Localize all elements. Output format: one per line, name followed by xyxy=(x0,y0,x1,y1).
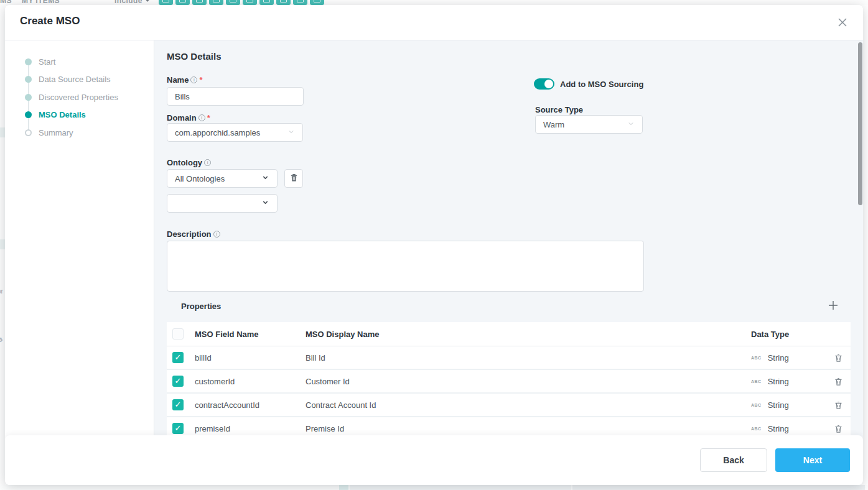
info-icon[interactable] xyxy=(204,159,211,166)
background-tab-my-items: MY ITEMS xyxy=(22,0,60,5)
info-icon[interactable] xyxy=(213,231,220,238)
trash-icon xyxy=(289,173,299,185)
ontology-delete-button[interactable] xyxy=(284,169,303,188)
background-band xyxy=(339,485,348,490)
required-asterisk: * xyxy=(207,113,210,122)
chevron-down-icon xyxy=(287,128,295,137)
add-property-icon[interactable] xyxy=(825,297,841,313)
background-band xyxy=(350,485,571,490)
data-type: String xyxy=(768,400,789,410)
description-label: Description xyxy=(167,229,220,239)
info-icon[interactable] xyxy=(190,76,197,83)
table-row: billId Bill Id ABCString xyxy=(167,346,851,370)
properties-section-title: Properties xyxy=(181,302,221,311)
column-header-field: MSO Field Name xyxy=(195,330,306,339)
background-toolbar xyxy=(159,0,324,5)
vertical-scrollbar[interactable] xyxy=(858,42,862,205)
ontology-secondary-select[interactable] xyxy=(167,194,278,213)
background-band xyxy=(572,485,865,490)
name-value: Bills xyxy=(175,92,190,101)
table-row: customerId Customer Id ABCString xyxy=(167,370,851,394)
background-band xyxy=(0,127,5,137)
column-header-display: MSO Display Name xyxy=(306,330,751,339)
toolbar-icon[interactable] xyxy=(226,0,240,5)
chevron-down-icon xyxy=(261,173,269,183)
step-label: MSO Details xyxy=(39,110,86,119)
next-button[interactable]: Next xyxy=(775,448,850,472)
step-dot xyxy=(25,76,32,83)
step-dot xyxy=(25,94,32,101)
delete-row-icon[interactable] xyxy=(826,400,851,410)
step-content-panel: MSO Details Name * Bills Domain * com.ap… xyxy=(154,40,863,485)
info-icon[interactable] xyxy=(198,114,205,121)
field-name: premiseId xyxy=(195,424,306,433)
step-start[interactable]: Start xyxy=(5,53,154,71)
domain-value: com.apporchid.samples xyxy=(175,128,260,137)
column-header-type: Data Type xyxy=(751,330,826,339)
step-mso-details[interactable]: MSO Details xyxy=(5,106,154,124)
chevron-down-icon xyxy=(627,120,635,129)
gear-icon: ⚙ xyxy=(0,336,3,343)
delete-row-icon[interactable] xyxy=(826,377,851,386)
data-type: String xyxy=(768,353,789,363)
caret-down-icon xyxy=(144,0,151,2)
add-to-mso-sourcing-toggle[interactable] xyxy=(534,78,554,90)
section-title: MSO Details xyxy=(167,51,222,62)
display-name: Customer Id xyxy=(306,377,751,386)
back-button[interactable]: Back xyxy=(700,448,767,472)
row-checkbox[interactable] xyxy=(172,399,184,410)
description-textarea[interactable] xyxy=(167,241,644,292)
display-name: Bill Id xyxy=(306,353,751,363)
label-text: Description xyxy=(167,229,212,239)
source-type-select[interactable]: Warm xyxy=(535,115,643,134)
create-mso-dialog: Create MSO Start Data Source Details Dis… xyxy=(5,5,863,485)
toolbar-icon[interactable] xyxy=(293,0,307,5)
label-text: Domain xyxy=(167,113,197,122)
data-type: String xyxy=(768,424,789,433)
step-dot xyxy=(25,111,32,118)
display-name: Premise Id xyxy=(306,424,751,433)
step-discovered-properties[interactable]: Discovered Properties xyxy=(5,88,154,106)
ontology-label: Ontology xyxy=(167,158,211,167)
toggle-knob xyxy=(544,80,553,88)
domain-select[interactable]: com.apporchid.samples xyxy=(167,123,303,142)
string-type-icon: ABC xyxy=(751,379,762,384)
source-type-label: Source Type xyxy=(535,105,583,114)
toolbar-icon[interactable] xyxy=(259,0,274,5)
row-checkbox[interactable] xyxy=(172,376,184,387)
close-icon[interactable] xyxy=(834,14,851,30)
string-type-icon: ABC xyxy=(751,403,762,407)
step-summary[interactable]: Summary xyxy=(5,124,154,142)
ontology-value: All Ontologies xyxy=(175,174,225,183)
chevron-down-icon xyxy=(261,198,269,208)
label-text: Source Type xyxy=(535,105,583,114)
mso-sourcing-toggle-row: Add to MSO Sourcing xyxy=(534,78,643,90)
ontology-select[interactable]: All Ontologies xyxy=(167,169,278,188)
delete-row-icon[interactable] xyxy=(826,424,851,433)
field-name: billId xyxy=(195,353,306,363)
select-all-checkbox[interactable] xyxy=(172,328,184,340)
step-label: Discovered Properties xyxy=(39,93,118,102)
toolbar-icon[interactable] xyxy=(243,0,257,5)
toolbar-icon[interactable] xyxy=(192,0,207,5)
delete-row-icon[interactable] xyxy=(826,353,851,363)
background-top-strip: MS MY ITEMS Include xyxy=(0,0,868,5)
toolbar-icon[interactable] xyxy=(310,0,324,5)
toolbar-icon[interactable] xyxy=(276,0,291,5)
background-text-fragment: MS xyxy=(0,0,12,5)
dialog-body: Start Data Source Details Discovered Pro… xyxy=(5,40,863,485)
toolbar-icon[interactable] xyxy=(209,0,223,5)
source-type-value: Warm xyxy=(543,120,564,129)
step-data-source-details[interactable]: Data Source Details xyxy=(5,71,154,89)
name-input[interactable]: Bills xyxy=(167,87,304,106)
string-type-icon: ABC xyxy=(751,356,762,360)
properties-table: MSO Field Name MSO Display Name Data Typ… xyxy=(167,322,851,441)
step-label: Summary xyxy=(39,128,73,137)
step-label: Start xyxy=(39,57,55,67)
row-checkbox[interactable] xyxy=(172,352,184,363)
toolbar-icon[interactable] xyxy=(175,0,190,5)
row-checkbox[interactable] xyxy=(172,423,184,434)
dialog-header: Create MSO xyxy=(5,5,863,40)
toolbar-icon[interactable] xyxy=(159,0,173,5)
toggle-label: Add to MSO Sourcing xyxy=(560,80,643,89)
